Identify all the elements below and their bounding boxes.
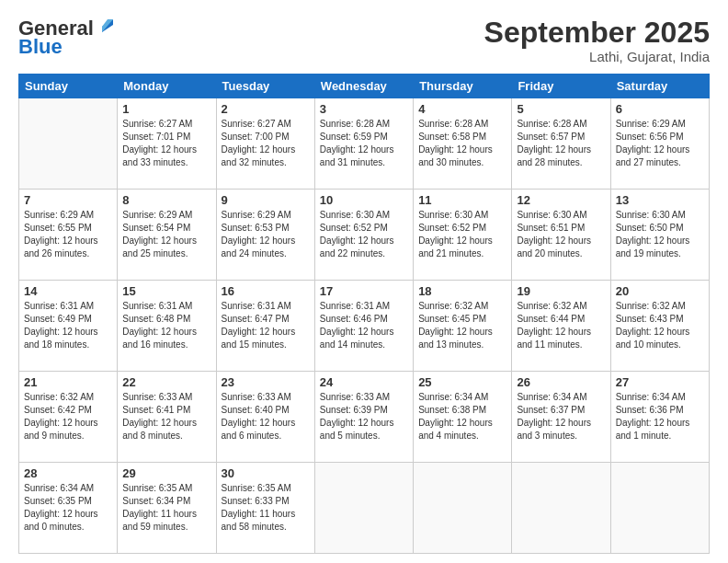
- day-header-tuesday: Tuesday: [216, 75, 314, 98]
- week-row-4: 21Sunrise: 6:32 AM Sunset: 6:42 PM Dayli…: [19, 372, 710, 463]
- calendar-cell: 12Sunrise: 6:30 AM Sunset: 6:51 PM Dayli…: [512, 190, 610, 281]
- calendar-cell: 29Sunrise: 6:35 AM Sunset: 6:34 PM Dayli…: [118, 463, 216, 554]
- day-info: Sunrise: 6:31 AM Sunset: 6:46 PM Dayligh…: [320, 300, 408, 351]
- day-number: 23: [222, 375, 310, 389]
- calendar-cell: [414, 463, 512, 554]
- logo-icon: [95, 16, 117, 38]
- day-header-friday: Friday: [512, 75, 610, 98]
- day-info: Sunrise: 6:27 AM Sunset: 7:01 PM Dayligh…: [122, 118, 210, 169]
- week-row-5: 28Sunrise: 6:34 AM Sunset: 6:35 PM Dayli…: [19, 463, 710, 554]
- day-info: Sunrise: 6:31 AM Sunset: 6:49 PM Dayligh…: [24, 300, 112, 351]
- day-number: 22: [122, 375, 210, 389]
- location: Lathi, Gujarat, India: [484, 49, 710, 64]
- day-number: 20: [616, 284, 704, 298]
- day-info: Sunrise: 6:27 AM Sunset: 7:00 PM Dayligh…: [222, 118, 310, 169]
- day-info: Sunrise: 6:29 AM Sunset: 6:53 PM Dayligh…: [222, 209, 310, 260]
- calendar-cell: 25Sunrise: 6:34 AM Sunset: 6:38 PM Dayli…: [414, 372, 512, 463]
- day-info: Sunrise: 6:30 AM Sunset: 6:51 PM Dayligh…: [517, 209, 605, 260]
- day-number: 3: [320, 102, 408, 116]
- day-info: Sunrise: 6:33 AM Sunset: 6:41 PM Dayligh…: [122, 391, 210, 442]
- day-header-wednesday: Wednesday: [314, 75, 413, 98]
- day-number: 15: [122, 284, 210, 298]
- calendar-cell: 4Sunrise: 6:28 AM Sunset: 6:58 PM Daylig…: [414, 98, 512, 190]
- page: General Blue September 2025 Lathi, Gujar…: [0, 0, 728, 563]
- day-number: 25: [418, 375, 506, 389]
- day-info: Sunrise: 6:29 AM Sunset: 6:55 PM Dayligh…: [24, 209, 112, 260]
- calendar-cell: 26Sunrise: 6:34 AM Sunset: 6:37 PM Dayli…: [512, 372, 610, 463]
- calendar-cell: 2Sunrise: 6:27 AM Sunset: 7:00 PM Daylig…: [216, 98, 314, 190]
- title-block: September 2025 Lathi, Gujarat, India: [484, 17, 710, 64]
- day-number: 21: [24, 375, 112, 389]
- calendar-cell: 17Sunrise: 6:31 AM Sunset: 6:46 PM Dayli…: [314, 281, 413, 372]
- week-row-3: 14Sunrise: 6:31 AM Sunset: 6:49 PM Dayli…: [19, 281, 710, 372]
- calendar-cell: 1Sunrise: 6:27 AM Sunset: 7:01 PM Daylig…: [118, 98, 216, 190]
- calendar-cell: 5Sunrise: 6:28 AM Sunset: 6:57 PM Daylig…: [512, 98, 610, 190]
- week-row-1: 1Sunrise: 6:27 AM Sunset: 7:01 PM Daylig…: [19, 98, 710, 190]
- calendar-cell: 18Sunrise: 6:32 AM Sunset: 6:45 PM Dayli…: [414, 281, 512, 372]
- calendar-cell: 11Sunrise: 6:30 AM Sunset: 6:52 PM Dayli…: [414, 190, 512, 281]
- day-info: Sunrise: 6:35 AM Sunset: 6:34 PM Dayligh…: [122, 482, 210, 534]
- day-number: 17: [320, 284, 408, 298]
- day-info: Sunrise: 6:32 AM Sunset: 6:44 PM Dayligh…: [517, 300, 605, 351]
- day-info: Sunrise: 6:34 AM Sunset: 6:37 PM Dayligh…: [517, 391, 605, 442]
- calendar-cell: 7Sunrise: 6:29 AM Sunset: 6:55 PM Daylig…: [19, 190, 118, 281]
- header: General Blue September 2025 Lathi, Gujar…: [18, 17, 710, 64]
- day-number: 7: [24, 193, 112, 207]
- calendar-cell: 3Sunrise: 6:28 AM Sunset: 6:59 PM Daylig…: [314, 98, 413, 190]
- day-number: 9: [222, 193, 310, 207]
- calendar-cell: 24Sunrise: 6:33 AM Sunset: 6:39 PM Dayli…: [314, 372, 413, 463]
- calendar-cell: [512, 463, 610, 554]
- calendar-cell: 20Sunrise: 6:32 AM Sunset: 6:43 PM Dayli…: [610, 281, 709, 372]
- calendar-cell: 8Sunrise: 6:29 AM Sunset: 6:54 PM Daylig…: [118, 190, 216, 281]
- day-number: 1: [122, 102, 210, 116]
- day-info: Sunrise: 6:30 AM Sunset: 6:52 PM Dayligh…: [418, 209, 506, 260]
- day-number: 11: [418, 193, 506, 207]
- day-header-saturday: Saturday: [610, 75, 709, 98]
- day-info: Sunrise: 6:31 AM Sunset: 6:47 PM Dayligh…: [222, 300, 310, 351]
- day-number: 2: [222, 102, 310, 116]
- day-info: Sunrise: 6:29 AM Sunset: 6:56 PM Dayligh…: [616, 118, 704, 169]
- calendar-cell: 28Sunrise: 6:34 AM Sunset: 6:35 PM Dayli…: [19, 463, 118, 554]
- day-header-thursday: Thursday: [414, 75, 512, 98]
- day-number: 29: [122, 466, 210, 480]
- calendar-table: SundayMondayTuesdayWednesdayThursdayFrid…: [18, 74, 710, 554]
- day-info: Sunrise: 6:30 AM Sunset: 6:50 PM Dayligh…: [616, 209, 704, 260]
- day-number: 18: [418, 284, 506, 298]
- day-number: 19: [517, 284, 605, 298]
- day-number: 8: [122, 193, 210, 207]
- day-number: 10: [320, 193, 408, 207]
- day-number: 24: [320, 375, 408, 389]
- day-info: Sunrise: 6:29 AM Sunset: 6:54 PM Dayligh…: [122, 209, 210, 260]
- calendar-cell: 23Sunrise: 6:33 AM Sunset: 6:40 PM Dayli…: [216, 372, 314, 463]
- calendar-header-row: SundayMondayTuesdayWednesdayThursdayFrid…: [19, 75, 710, 98]
- day-header-monday: Monday: [118, 75, 216, 98]
- day-info: Sunrise: 6:28 AM Sunset: 6:59 PM Dayligh…: [320, 118, 408, 169]
- calendar-cell: 19Sunrise: 6:32 AM Sunset: 6:44 PM Dayli…: [512, 281, 610, 372]
- calendar-cell: [314, 463, 413, 554]
- calendar-cell: [610, 463, 709, 554]
- calendar-cell: 30Sunrise: 6:35 AM Sunset: 6:33 PM Dayli…: [216, 463, 314, 554]
- day-number: 30: [222, 466, 310, 480]
- day-info: Sunrise: 6:32 AM Sunset: 6:42 PM Dayligh…: [24, 391, 112, 442]
- day-info: Sunrise: 6:33 AM Sunset: 6:39 PM Dayligh…: [320, 391, 408, 442]
- day-number: 13: [616, 193, 704, 207]
- calendar-cell: 27Sunrise: 6:34 AM Sunset: 6:36 PM Dayli…: [610, 372, 709, 463]
- day-header-sunday: Sunday: [19, 75, 118, 98]
- calendar-cell: 9Sunrise: 6:29 AM Sunset: 6:53 PM Daylig…: [216, 190, 314, 281]
- day-number: 12: [517, 193, 605, 207]
- day-info: Sunrise: 6:35 AM Sunset: 6:33 PM Dayligh…: [222, 482, 310, 534]
- calendar-cell: 10Sunrise: 6:30 AM Sunset: 6:52 PM Dayli…: [314, 190, 413, 281]
- calendar-cell: 6Sunrise: 6:29 AM Sunset: 6:56 PM Daylig…: [610, 98, 709, 190]
- calendar-cell: 14Sunrise: 6:31 AM Sunset: 6:49 PM Dayli…: [19, 281, 118, 372]
- day-info: Sunrise: 6:34 AM Sunset: 6:35 PM Dayligh…: [24, 482, 112, 534]
- day-info: Sunrise: 6:28 AM Sunset: 6:57 PM Dayligh…: [517, 118, 605, 169]
- day-number: 14: [24, 284, 112, 298]
- day-number: 6: [616, 102, 704, 116]
- calendar-cell: [19, 98, 118, 190]
- day-info: Sunrise: 6:31 AM Sunset: 6:48 PM Dayligh…: [122, 300, 210, 351]
- day-info: Sunrise: 6:32 AM Sunset: 6:45 PM Dayligh…: [418, 300, 506, 351]
- day-info: Sunrise: 6:33 AM Sunset: 6:40 PM Dayligh…: [222, 391, 310, 442]
- day-info: Sunrise: 6:32 AM Sunset: 6:43 PM Dayligh…: [616, 300, 704, 351]
- logo: General Blue: [18, 17, 117, 59]
- day-number: 27: [616, 375, 704, 389]
